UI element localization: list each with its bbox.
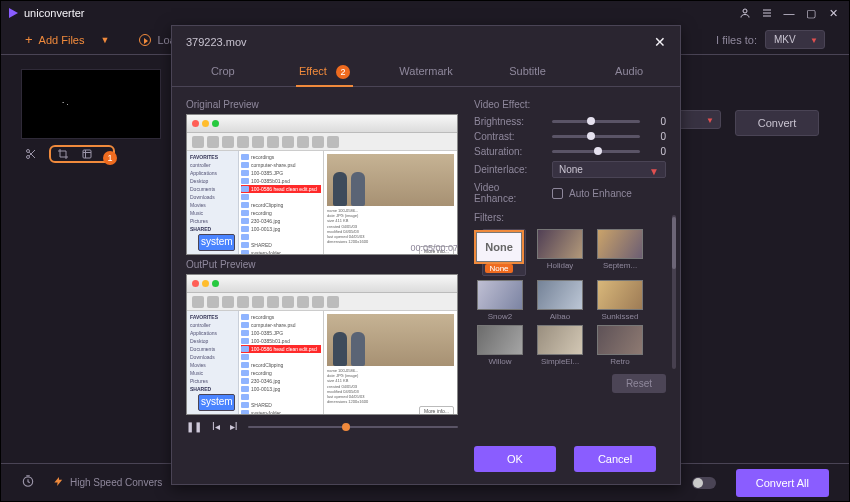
filter-thumbnail: [537, 280, 583, 310]
deinterlace-label: Deinterlace:: [474, 164, 544, 175]
ok-button[interactable]: OK: [474, 446, 556, 472]
chevron-down-icon: ▼: [706, 116, 714, 125]
filter-name: Snow2: [488, 312, 512, 321]
add-files-label: Add Files: [39, 34, 85, 46]
filter-name: Willow: [488, 357, 511, 366]
output-format-select[interactable]: MKV ▼: [765, 30, 825, 49]
deinterlace-value: None: [559, 164, 583, 175]
effect-dialog: 379223.mov ✕ Crop Effect 2 Watermark Sub…: [171, 25, 681, 485]
auto-enhance-checkbox[interactable]: [552, 188, 563, 199]
tab-watermark[interactable]: Watermark: [375, 58, 477, 86]
filter-thumbnail: [597, 280, 643, 310]
close-button[interactable]: ✕: [825, 5, 841, 21]
output-timecode: 00:05/00:07: [410, 243, 458, 253]
brightness-slider[interactable]: [552, 120, 640, 123]
dialog-body: Original Preview FAVORITEScontrollerAppl…: [172, 87, 680, 438]
convert-button[interactable]: Convert: [735, 110, 819, 136]
maximize-button[interactable]: ▢: [803, 5, 819, 21]
svg-rect-3: [83, 150, 91, 158]
dialog-header: 379223.mov ✕: [172, 26, 680, 58]
dialog-tabs: Crop Effect 2 Watermark Subtitle Audio: [172, 58, 680, 87]
convert-all-button[interactable]: Convert All: [736, 469, 829, 497]
video-effect-header: Video Effect:: [474, 99, 666, 110]
cancel-button[interactable]: Cancel: [574, 446, 656, 472]
high-speed-toggle[interactable]: [692, 477, 716, 489]
filter-thumbnail: [477, 280, 523, 310]
saturation-slider[interactable]: [552, 150, 640, 153]
menu-icon[interactable]: [759, 5, 775, 21]
tab-audio[interactable]: Audio: [578, 58, 680, 86]
prev-frame-button[interactable]: I◂: [212, 421, 220, 432]
contrast-value: 0: [648, 131, 666, 142]
plus-icon: +: [25, 32, 33, 47]
filter-sunkissed[interactable]: Sunkissed: [594, 280, 646, 321]
preview-column: Original Preview FAVORITEScontrollerAppl…: [172, 87, 468, 438]
app-name: uniconverter: [24, 7, 85, 19]
slider-handle[interactable]: [587, 132, 595, 140]
filter-thumbnail: [477, 325, 523, 355]
svg-point-2: [27, 156, 30, 159]
original-preview: FAVORITEScontrollerApplicationsDesktopDo…: [186, 114, 458, 255]
minimize-button[interactable]: —: [781, 5, 797, 21]
step-badge-1: 1: [103, 151, 117, 165]
filters-header: Filters:: [474, 212, 666, 223]
output-format-value: MKV: [774, 34, 796, 45]
edit-tools-highlight: 1: [49, 145, 115, 163]
tab-effect[interactable]: Effect 2: [274, 58, 376, 86]
tab-crop[interactable]: Crop: [172, 58, 274, 86]
filter-name: Holiday: [547, 261, 574, 270]
filter-thumbnail: [597, 325, 643, 355]
crop-icon[interactable]: [57, 148, 69, 160]
app-logo-icon: [9, 8, 18, 18]
filter-thumbnail: [537, 325, 583, 355]
account-icon[interactable]: [737, 5, 753, 21]
effect-controls: Video Effect: Brightness: 0 Contrast: 0 …: [468, 87, 680, 438]
scrollbar-thumb[interactable]: [672, 217, 676, 269]
high-speed-label: High Speed Convers: [70, 477, 162, 488]
dialog-footer: OK Cancel: [172, 438, 680, 484]
filter-aibao[interactable]: Aibao: [534, 280, 586, 321]
output-preview: FAVORITEScontrollerApplicationsDesktopDo…: [186, 274, 458, 415]
contrast-label: Contrast:: [474, 131, 544, 142]
deinterlace-select[interactable]: None ▼: [552, 161, 666, 178]
bolt-icon: [53, 476, 64, 490]
contrast-row: Contrast: 0: [474, 131, 666, 142]
filter-snow2[interactable]: Snow2: [474, 280, 526, 321]
slider-handle[interactable]: [587, 117, 595, 125]
filter-retro[interactable]: Retro: [594, 325, 646, 366]
chevron-down-icon: ▼: [649, 166, 659, 177]
brightness-value: 0: [648, 116, 666, 127]
filter-thumbnail: [537, 229, 583, 259]
seek-handle[interactable]: [342, 423, 350, 431]
saturation-label: Saturation:: [474, 146, 544, 157]
dialog-close-button[interactable]: ✕: [654, 34, 666, 50]
filter-name: Septem...: [603, 261, 637, 270]
slider-handle[interactable]: [594, 147, 602, 155]
filter-willow[interactable]: Willow: [474, 325, 526, 366]
svg-point-1: [27, 150, 30, 153]
video-thumbnail[interactable]: [21, 69, 161, 139]
svg-point-0: [743, 9, 747, 13]
filter-thumbnail: None: [476, 232, 522, 262]
step-badge-2: 2: [336, 65, 350, 79]
effect-icon[interactable]: [81, 148, 93, 160]
dialog-filename: 379223.mov: [186, 36, 247, 48]
tab-subtitle[interactable]: Subtitle: [477, 58, 579, 86]
filters-scrollbar[interactable]: [672, 215, 676, 369]
seek-bar[interactable]: [248, 426, 458, 428]
filter-simpleel-[interactable]: SimpleEl...: [534, 325, 586, 366]
filter-septem-[interactable]: Septem...: [594, 229, 646, 276]
filters-grid: NoneNoneHolidaySeptem...Snow2AibaoSunkis…: [474, 229, 666, 366]
add-files-button[interactable]: + Add Files ▼: [25, 32, 109, 47]
schedule-icon[interactable]: [21, 474, 35, 491]
titlebar: uniconverter — ▢ ✕: [1, 1, 849, 25]
filter-holiday[interactable]: Holiday: [534, 229, 586, 276]
reset-button[interactable]: Reset: [612, 374, 666, 393]
next-frame-button[interactable]: ▸I: [230, 421, 238, 432]
filter-none[interactable]: NoneNone: [482, 229, 526, 276]
trim-icon[interactable]: [25, 148, 37, 160]
pause-button[interactable]: ❚❚: [186, 421, 202, 432]
chevron-down-icon: ▼: [100, 35, 109, 45]
contrast-slider[interactable]: [552, 135, 640, 138]
brightness-label: Brightness:: [474, 116, 544, 127]
